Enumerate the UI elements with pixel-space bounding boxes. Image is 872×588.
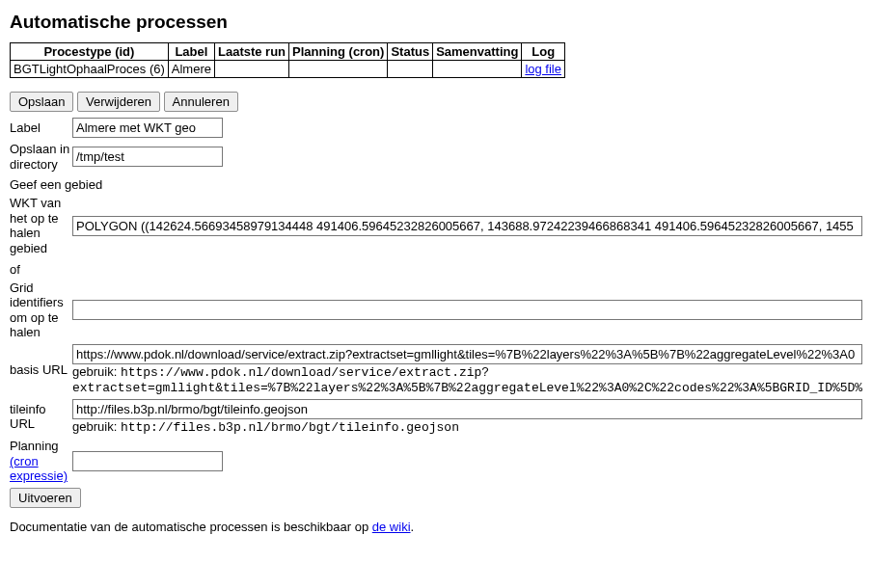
th-planning: Planning (cron) [289, 43, 388, 61]
wkt-input[interactable] [72, 216, 862, 236]
cell-samenvatting [433, 61, 522, 78]
basisurl-input[interactable] [72, 344, 862, 364]
grid-input[interactable] [72, 300, 862, 320]
annuleren-button[interactable]: Annuleren [164, 92, 238, 112]
cell-laatste-run [214, 61, 288, 78]
dir-label: Opslaan in directory [10, 142, 72, 172]
planning-label: Planning (cron expressie) [10, 439, 72, 484]
cell-status [388, 61, 433, 78]
th-procestype: Procestype (id) [11, 43, 169, 61]
page-title: Automatische processen [10, 12, 862, 33]
cell-label: Almere [168, 61, 214, 78]
label-input[interactable] [72, 118, 223, 138]
basisurl-hint: gebruik: https://www.pdok.nl/download/se… [72, 364, 862, 395]
th-log: Log [522, 43, 565, 61]
th-label: Label [168, 43, 214, 61]
log-file-link[interactable]: log file [525, 62, 561, 76]
verwijderen-button[interactable]: Verwijderen [77, 92, 160, 112]
de-wiki-link[interactable]: de wiki [372, 520, 411, 534]
label-label: Label [10, 120, 72, 135]
geef-gebied-label: Geef een gebied [10, 177, 862, 192]
cell-planning [289, 61, 388, 78]
tileinfo-hint: gebruik: http://files.b3p.nl/brmo/bgt/ti… [72, 419, 862, 435]
opslaan-button[interactable]: Opslaan [10, 92, 73, 112]
tileinfo-input[interactable] [72, 399, 862, 419]
of-label: of [10, 262, 862, 277]
cron-expressie-link[interactable]: (cron expressie) [10, 454, 68, 484]
footer-text: Documentatie van de automatische process… [10, 520, 862, 534]
cell-procestype: BGTLightOphaalProces (6) [11, 61, 169, 78]
tileinfo-label: tileinfo URL [10, 402, 72, 432]
wkt-label: WKT van het op te halen gebied [10, 196, 72, 255]
grid-label: Grid identifiers om op te halen [10, 281, 72, 340]
dir-input[interactable] [72, 147, 223, 167]
th-status: Status [388, 43, 433, 61]
th-samenvatting: Samenvatting [433, 43, 522, 61]
table-row: BGTLightOphaalProces (6) Almere log file [11, 61, 565, 78]
cell-log: log file [522, 61, 565, 78]
planning-input[interactable] [72, 451, 223, 471]
basisurl-label: basis URL [10, 362, 72, 378]
th-laatste-run: Laatste run [214, 43, 288, 61]
process-table: Procestype (id) Label Laatste run Planni… [10, 42, 565, 78]
uitvoeren-button[interactable]: Uitvoeren [10, 488, 81, 508]
